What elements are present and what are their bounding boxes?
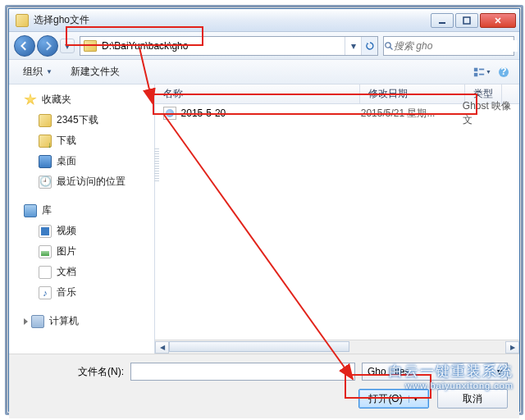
watermark-line1: 白云一键重装系统 <box>389 362 514 381</box>
address-dropdown-button[interactable]: ▾ <box>345 37 361 55</box>
col-name[interactable]: 名称 <box>155 84 360 103</box>
sidebar-item-video[interactable]: 视频 <box>9 221 154 241</box>
chevron-down-icon: ▼ <box>409 395 419 403</box>
nav-bar: ▾ ▾ <box>9 32 519 60</box>
chevron-right-icon <box>24 318 28 325</box>
picture-icon <box>39 245 52 258</box>
svg-rect-0 <box>439 22 445 24</box>
file-date: 2015/5/21 星期... <box>361 107 463 121</box>
scroll-left-button[interactable]: ◀ <box>155 341 169 354</box>
sidebar-item-desktop[interactable]: 桌面 <box>9 151 154 171</box>
svg-rect-6 <box>479 73 484 75</box>
folder-icon <box>84 40 97 52</box>
organize-button[interactable]: 组织▼ <box>16 62 60 82</box>
address-bar[interactable]: ▾ <box>80 36 378 56</box>
sidebar-item-download[interactable]: 下载 <box>9 130 154 151</box>
file-pane: 名称 修改日期 类型 2015-5-20 2015/5/21 星期... Gho… <box>155 84 519 354</box>
sidebar-item-recent[interactable]: 最近访问的位置 <box>9 171 154 192</box>
file-type: Ghost 映像文 <box>463 99 519 127</box>
minimize-button[interactable] <box>431 13 454 28</box>
sidebar: 收藏夹 2345下载 下载 桌面 最近访问的位置 库 视频 图片 文档 ♪音乐 … <box>9 84 155 354</box>
favorites-header[interactable]: 收藏夹 <box>9 89 154 110</box>
open-button[interactable]: 打开(O)▼ <box>358 389 429 409</box>
svg-rect-3 <box>474 67 477 71</box>
search-box[interactable] <box>383 36 514 56</box>
recent-icon <box>39 176 52 189</box>
watermark: 白云一键重装系统 www.baiyunxitong.com <box>389 362 514 390</box>
file-name: 2015-5-20 <box>181 107 361 119</box>
col-date[interactable]: 修改日期 <box>360 84 465 103</box>
computer-icon <box>31 315 44 328</box>
gho-file-icon <box>163 107 176 120</box>
newfolder-button[interactable]: 新建文件夹 <box>63 62 127 82</box>
filename-label: 文件名(N): <box>21 365 124 379</box>
dialog-title: 选择gho文件 <box>34 13 431 27</box>
back-button[interactable] <box>14 35 35 57</box>
address-input[interactable] <box>100 38 345 54</box>
sidebar-item-document[interactable]: 文档 <box>9 262 154 282</box>
svg-text:?: ? <box>500 66 506 77</box>
desktop-icon <box>39 155 52 168</box>
sidebar-item-music[interactable]: ♪音乐 <box>9 282 154 303</box>
search-icon <box>384 41 394 51</box>
cancel-button[interactable]: 取消 <box>437 389 508 409</box>
titlebar: 选择gho文件 <box>9 9 519 32</box>
scroll-right-button[interactable]: ▶ <box>505 341 519 354</box>
svg-rect-5 <box>479 68 484 70</box>
computer-header[interactable]: 计算机 <box>9 311 154 331</box>
organize-label: 组织 <box>23 65 43 79</box>
svg-point-2 <box>386 42 390 47</box>
scroll-track[interactable] <box>169 341 505 354</box>
svg-rect-4 <box>474 72 477 75</box>
sidebar-item-2345[interactable]: 2345下载 <box>9 110 154 130</box>
help-button[interactable]: ? <box>495 63 513 81</box>
scroll-thumb[interactable] <box>169 341 349 352</box>
forward-button[interactable] <box>37 35 58 57</box>
history-dropdown-button[interactable]: ▾ <box>60 39 75 53</box>
sidebar-item-picture[interactable]: 图片 <box>9 241 154 262</box>
svg-rect-1 <box>463 17 470 24</box>
dialog-icon <box>16 14 29 27</box>
file-list[interactable]: 2015-5-20 2015/5/21 星期... Ghost 映像文 <box>155 104 519 340</box>
splitter-grip[interactable] <box>154 148 159 181</box>
download-icon <box>39 135 52 148</box>
horizontal-scrollbar[interactable]: ◀ ▶ <box>155 340 519 354</box>
folder-icon <box>39 114 52 127</box>
toolbar: 组织▼ 新建文件夹 ▼ ? <box>9 60 519 84</box>
library-icon <box>24 204 37 217</box>
close-button[interactable] <box>480 13 516 28</box>
video-icon <box>39 225 52 238</box>
newfolder-label: 新建文件夹 <box>71 65 120 79</box>
libraries-header[interactable]: 库 <box>9 200 154 221</box>
refresh-button[interactable] <box>361 37 377 55</box>
document-icon <box>39 266 52 279</box>
music-icon: ♪ <box>39 286 52 299</box>
maximize-button[interactable] <box>455 13 478 28</box>
file-row[interactable]: 2015-5-20 2015/5/21 星期... Ghost 映像文 <box>155 104 519 122</box>
view-button[interactable]: ▼ <box>473 63 491 81</box>
filename-input[interactable] <box>130 363 355 381</box>
star-icon <box>24 94 37 107</box>
watermark-line2: www.baiyunxitong.com <box>389 381 514 390</box>
file-open-dialog: 选择gho文件 ▾ ▾ 组织▼ 新建文件夹 ▼ ? <box>8 8 520 412</box>
search-input[interactable] <box>394 40 518 52</box>
